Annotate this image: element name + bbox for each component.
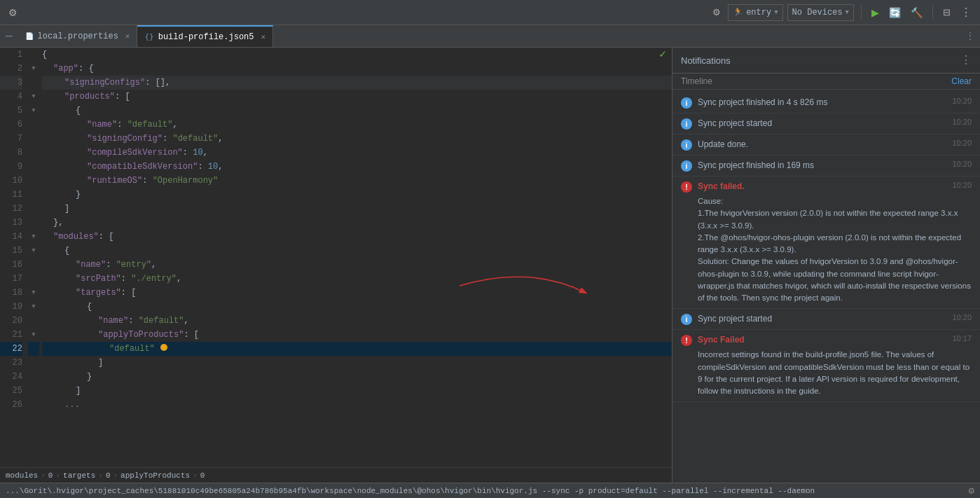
- cause-text: 1.The hvigorVersion version (2.0.0) is n…: [698, 209, 961, 254]
- editor-panel: 1 2 3 4 5 6 7 8 9 10 11 12 13 14 15 16 1…: [0, 48, 672, 483]
- editor-content: 1 2 3 4 5 6 7 8 9 10 11 12 13 14 15 16 1…: [0, 48, 672, 467]
- run-button[interactable]: ▶: [869, 6, 882, 20]
- more-icon: ⋮: [960, 6, 972, 19]
- tab-build-profile[interactable]: {} build-profile.json5 ✕: [137, 25, 273, 47]
- tab-close-props[interactable]: ✕: [125, 32, 130, 41]
- layout-icon: ⊟: [943, 7, 951, 18]
- code-line-23: ]: [42, 356, 672, 370]
- code-line-11: }: [42, 188, 672, 202]
- collapse-button[interactable]: —: [0, 25, 18, 47]
- code-line-24: }: [42, 370, 672, 384]
- code-line-26: ...: [42, 398, 672, 412]
- notifications-menu-button[interactable]: ⋮: [960, 53, 972, 67]
- info-icon-1: i: [681, 118, 692, 130]
- breadcrumb-item-1[interactable]: 0: [48, 471, 53, 480]
- fold-icon-14[interactable]: ▼: [32, 233, 35, 240]
- breadcrumb-item-5[interactable]: 0: [200, 471, 205, 480]
- breadcrumb-item-4[interactable]: applyToProducts: [120, 471, 190, 480]
- notif-time-1: 10:20: [952, 118, 972, 126]
- devices-dropdown[interactable]: No Devices ▼: [787, 4, 854, 21]
- breadcrumb-sep-1: ›: [55, 471, 60, 480]
- code-line-7: "signingConfig": "default",: [42, 132, 672, 146]
- toolbar-right: ⚙ 🏃 entry ▼ No Devices ▼ ▶ 🔄 🔨 ⊟ ⋮: [710, 4, 974, 21]
- fold-icon-18[interactable]: ▼: [32, 289, 35, 296]
- cause-text-6: Incorrect settings found in the build-pr…: [698, 350, 969, 395]
- fold-icon-15[interactable]: ▼: [32, 247, 35, 254]
- fold-icon-21[interactable]: ▼: [32, 331, 35, 338]
- code-line-1: {: [42, 48, 672, 62]
- code-line-6: "name": "default",: [42, 118, 672, 132]
- notif-text-0: Sync project finished in 4 s 826 ms: [698, 97, 946, 109]
- gear-button[interactable]: ⚙: [710, 6, 724, 19]
- notification-item-4: ! Sync failed. 10:20 Cause: 1.The hvigor…: [672, 177, 980, 309]
- cause-label: Cause:: [698, 197, 723, 205]
- clear-button[interactable]: Clear: [951, 76, 972, 86]
- chevron-down-icon-devices: ▼: [846, 9, 849, 16]
- sync-button[interactable]: 🔄: [886, 6, 904, 20]
- info-icon-2: i: [681, 139, 692, 151]
- status-bar: ...\Gorit\.hvigor\project_caches\5188101…: [0, 483, 980, 498]
- notif-text-6: Sync Failed: [698, 334, 946, 346]
- timeline-label: Timeline: [681, 76, 712, 86]
- notification-item-2: i Update done. 10:20: [672, 134, 980, 155]
- tab-close-json[interactable]: ✕: [261, 32, 266, 41]
- tab-label-props: local.properties: [38, 32, 118, 41]
- error-icon-6: !: [681, 335, 692, 346]
- notifications-list[interactable]: i Sync project finished in 4 s 826 ms 10…: [672, 90, 980, 483]
- notif-time-0: 10:20: [952, 97, 972, 105]
- fold-icon-4[interactable]: ▼: [32, 93, 35, 100]
- code-line-9: "compatibleSdkVersion": 10,: [42, 160, 672, 174]
- notif-time-2: 10:20: [952, 139, 972, 147]
- notification-item-6: ! Sync Failed 10:17 Incorrect settings f…: [672, 330, 980, 402]
- tab-local-properties[interactable]: 📄 local.properties ✕: [18, 25, 138, 47]
- more-button[interactable]: ⋮: [958, 4, 974, 20]
- code-line-2: "app": {: [42, 62, 672, 76]
- code-line-4: "products": [: [42, 90, 672, 104]
- devices-label: No Devices: [792, 8, 843, 18]
- code-line-17: "srcPath": "./entry",: [42, 272, 672, 286]
- build-button[interactable]: 🔨: [908, 6, 925, 20]
- notif-text-4: Sync failed.: [698, 181, 946, 193]
- solution-label: Solution:: [698, 257, 729, 265]
- timeline-header: Timeline Clear: [672, 74, 980, 90]
- code-line-14: "modules": [: [42, 230, 672, 244]
- chevron-down-icon: ▼: [774, 9, 778, 16]
- notification-item-1: i Sync project started 10:20: [672, 113, 980, 134]
- fold-icon-5[interactable]: ▼: [32, 107, 35, 114]
- settings-button[interactable]: ⚙: [6, 6, 20, 20]
- code-line-3: "signingConfigs": [],: [42, 76, 672, 90]
- tab-more-button[interactable]: ⋮: [960, 25, 980, 47]
- fold-icon-2[interactable]: ▼: [32, 65, 35, 72]
- sep2: [932, 6, 933, 20]
- code-area[interactable]: ✓ { "app": { "signingConfigs": [], "prod…: [39, 48, 672, 467]
- code-line-13: },: [42, 216, 672, 230]
- code-line-22: "default": [42, 342, 672, 356]
- notification-item-0: i Sync project finished in 4 s 826 ms 10…: [672, 92, 980, 113]
- fold-icon-19[interactable]: ▼: [32, 303, 35, 310]
- entry-label: entry: [746, 8, 771, 18]
- info-icon-5: i: [681, 314, 692, 325]
- status-gear-icon[interactable]: ⚙: [969, 485, 974, 497]
- warn-dot: [159, 342, 167, 356]
- toolbar-left: ⚙: [6, 6, 20, 20]
- info-icon-3: i: [681, 160, 692, 172]
- code-line-25: ]: [42, 384, 672, 398]
- solution-link[interactable]: Change the values of hvigorVersion to 3.…: [698, 257, 971, 302]
- entry-dropdown[interactable]: 🏃 entry ▼: [728, 4, 782, 21]
- code-line-15: {: [42, 244, 672, 258]
- info-icon-0: i: [681, 97, 692, 109]
- notifications-panel: Notifications ⋮ Timeline Clear i Sync pr…: [672, 48, 980, 483]
- breadcrumb-item-3[interactable]: 0: [106, 471, 111, 480]
- breadcrumb-item-2[interactable]: targets: [63, 471, 95, 480]
- notification-item-3: i Sync project finished in 169 ms 10:20: [672, 155, 980, 177]
- build-icon: 🔨: [911, 7, 923, 18]
- line-numbers: 1 2 3 4 5 6 7 8 9 10 11 12 13 14 15 16 1…: [0, 48, 28, 467]
- gutter: ▼ ▼ ▼ ▼ ▼ ▼ ▼ ▼: [28, 48, 39, 467]
- breadcrumb-item-0[interactable]: modules: [6, 471, 38, 480]
- notif-text-1: Sync project started: [698, 118, 946, 130]
- notification-item-5: i Sync project started 10:20: [672, 309, 980, 330]
- layout-button[interactable]: ⊟: [940, 6, 953, 19]
- tab-icon-json: {}: [144, 32, 153, 41]
- notifications-title: Notifications: [681, 55, 731, 66]
- notif-time-3: 10:20: [952, 160, 972, 168]
